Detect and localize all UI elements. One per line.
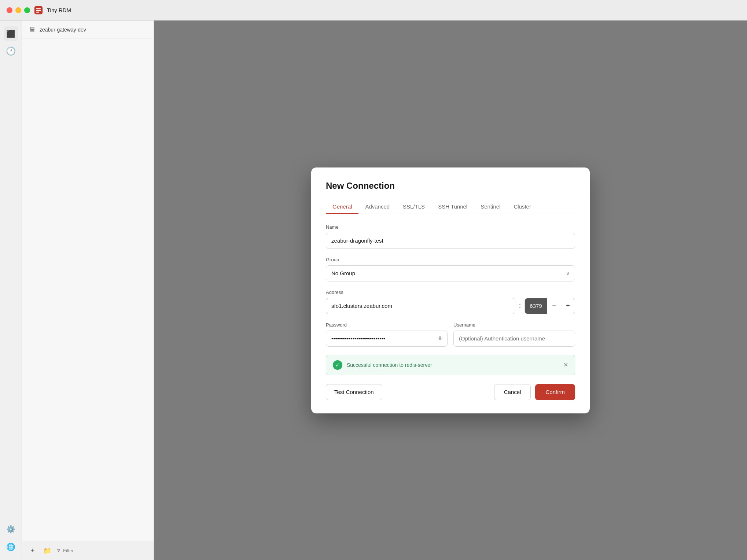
address-field-group: Address : 6379 − + [326, 290, 575, 314]
tab-cluster[interactable]: Cluster [507, 200, 538, 214]
app-title: Tiny RDM [47, 7, 71, 13]
filter-icon: ⛛ [56, 548, 61, 553]
success-banner: ✓ Successful connection to redis-server … [326, 355, 575, 375]
server-icon: 🖥 [29, 26, 35, 33]
connections-icon: ⬛ [6, 29, 15, 38]
folder-icon: 📁 [43, 547, 51, 555]
connection-panel-bottom: + 📁 ⛛ Filter [22, 541, 154, 560]
sidebar-item-connections[interactable]: ⬛ [4, 26, 18, 41]
account-icon: 🌐 [6, 542, 15, 551]
app-logo-icon [34, 5, 43, 15]
name-label: Name [326, 224, 575, 230]
password-input[interactable] [326, 331, 448, 347]
svg-rect-3 [36, 11, 39, 12]
eye-icon[interactable]: 👁 [437, 335, 443, 342]
titlebar: Tiny RDM [0, 0, 747, 21]
group-select[interactable]: No Group ∨ [326, 265, 575, 281]
address-label: Address [326, 290, 575, 295]
credentials-row: Password 👁 Username [326, 322, 575, 347]
dialog-overlay: New Connection General Advanced SSL/TLS … [154, 21, 747, 560]
svg-rect-1 [36, 8, 41, 9]
sidebar: ⬛ 🕐 ⚙️ 🌐 [0, 21, 22, 560]
dialog-tabs: General Advanced SSL/TLS SSH Tunnel Sent… [326, 200, 575, 214]
filter-area[interactable]: ⛛ Filter [56, 548, 74, 553]
cancel-button[interactable]: Cancel [494, 384, 531, 400]
traffic-lights [7, 7, 30, 13]
history-icon: 🕐 [6, 47, 16, 56]
success-text: Successful connection to redis-server [347, 362, 559, 368]
tab-general[interactable]: General [326, 200, 358, 214]
add-connection-button[interactable]: + [27, 545, 38, 556]
banner-close-button[interactable]: ✕ [563, 361, 568, 368]
settings-icon: ⚙️ [6, 525, 15, 534]
sidebar-item-account[interactable]: 🌐 [4, 539, 18, 554]
tab-ssl-tls[interactable]: SSL/TLS [396, 200, 431, 214]
group-label: Group [326, 257, 575, 262]
minimize-button[interactable] [15, 7, 21, 13]
dialog-footer: Test Connection Cancel Confirm [326, 384, 575, 400]
port-control: 6379 − + [525, 298, 575, 314]
username-field-group: Username [453, 322, 575, 347]
list-item[interactable]: 🖥 zeabur-gateway-dev [22, 21, 154, 39]
name-input[interactable] [326, 233, 575, 249]
connection-panel: 🖥 zeabur-gateway-dev + 📁 ⛛ Filter [22, 21, 154, 560]
group-field-group: Group No Group ∨ [326, 257, 575, 281]
new-connection-dialog: New Connection General Advanced SSL/TLS … [311, 167, 590, 413]
success-check-icon: ✓ [333, 360, 342, 370]
port-increment-button[interactable]: + [561, 298, 575, 314]
address-host-input[interactable] [326, 298, 515, 314]
chevron-down-icon: ∨ [566, 270, 570, 276]
main-area: New Connection General Advanced SSL/TLS … [154, 21, 747, 560]
password-label: Password [326, 322, 448, 328]
dialog-title: New Connection [326, 181, 575, 191]
confirm-button[interactable]: Confirm [535, 384, 575, 400]
password-field-group: Password 👁 [326, 322, 448, 347]
username-input[interactable] [453, 331, 575, 347]
maximize-button[interactable] [24, 7, 30, 13]
tab-ssh-tunnel[interactable]: SSH Tunnel [431, 200, 474, 214]
colon-separator: : [519, 302, 521, 310]
tab-advanced[interactable]: Advanced [358, 200, 396, 214]
footer-right-buttons: Cancel Confirm [494, 384, 575, 400]
port-decrement-button[interactable]: − [547, 298, 561, 314]
close-button[interactable] [7, 7, 12, 13]
connection-name: zeabur-gateway-dev [40, 27, 86, 33]
port-value: 6379 [525, 298, 547, 314]
svg-rect-2 [36, 10, 41, 11]
tab-sentinel[interactable]: Sentinel [474, 200, 507, 214]
sidebar-item-settings[interactable]: ⚙️ [4, 522, 18, 537]
password-wrapper: 👁 [326, 331, 448, 347]
add-folder-button[interactable]: 📁 [42, 545, 53, 556]
sidebar-bottom: ⚙️ 🌐 [4, 522, 18, 560]
sidebar-item-history[interactable]: 🕐 [4, 44, 18, 59]
address-row: : 6379 − + [326, 298, 575, 314]
group-value: No Group [331, 270, 355, 276]
username-label: Username [453, 322, 575, 328]
test-connection-button[interactable]: Test Connection [326, 384, 382, 400]
name-field-group: Name [326, 224, 575, 249]
